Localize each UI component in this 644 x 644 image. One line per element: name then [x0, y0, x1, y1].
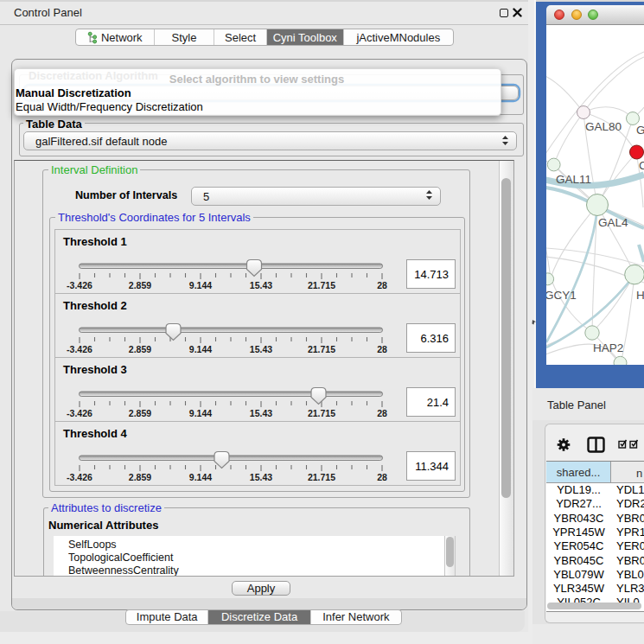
svg-text:-3.426: -3.426 [67, 472, 92, 482]
svg-text:28: 28 [377, 280, 387, 290]
svg-text:15.43: 15.43 [250, 472, 272, 482]
svg-text:GAL11: GAL11 [556, 173, 591, 186]
svg-text:9.144: 9.144 [189, 472, 212, 482]
svg-text:9.144: 9.144 [189, 344, 212, 354]
svg-text:21.715: 21.715 [308, 280, 335, 290]
svg-text:GA: GA [636, 124, 644, 137]
svg-text:2.859: 2.859 [129, 280, 151, 290]
svg-text:GAL80: GAL80 [585, 120, 622, 133]
svg-text:-3.426: -3.426 [67, 408, 92, 418]
svg-text:21.715: 21.715 [308, 344, 335, 354]
svg-text:-3.426: -3.426 [67, 344, 92, 354]
svg-text:HAP2: HAP2 [593, 341, 623, 354]
svg-text:C: C [639, 159, 644, 172]
svg-text:GCY1: GCY1 [546, 289, 577, 302]
svg-text:2.859: 2.859 [129, 472, 151, 482]
svg-text:GAL4: GAL4 [598, 216, 628, 229]
svg-text:15.43: 15.43 [250, 344, 272, 354]
svg-text:9.144: 9.144 [189, 408, 212, 418]
svg-text:9.144: 9.144 [189, 280, 212, 290]
svg-text:21.715: 21.715 [308, 472, 335, 482]
svg-text:2.859: 2.859 [129, 408, 151, 418]
svg-text:-3.426: -3.426 [67, 280, 92, 290]
svg-text:21.715: 21.715 [308, 408, 335, 418]
svg-text:15.43: 15.43 [250, 280, 272, 290]
svg-text:HI: HI [636, 289, 644, 302]
svg-text:28: 28 [377, 408, 387, 418]
svg-text:28: 28 [377, 472, 387, 482]
svg-text:2.859: 2.859 [129, 344, 151, 354]
svg-text:15.43: 15.43 [250, 408, 272, 418]
svg-text:28: 28 [377, 344, 387, 354]
